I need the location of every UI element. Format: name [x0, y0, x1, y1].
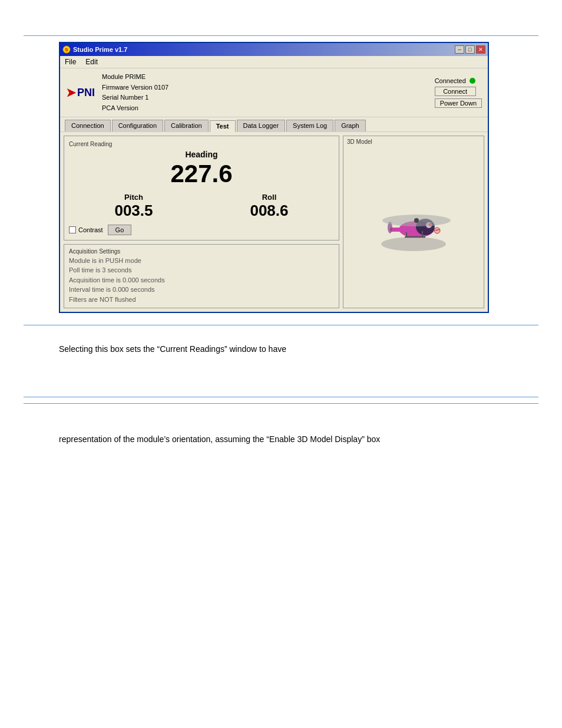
- menu-edit[interactable]: Edit: [83, 57, 100, 67]
- title-bar-text: S Studio Prime v1.7: [62, 45, 127, 54]
- svg-rect-4: [390, 228, 416, 232]
- tabs-bar: Connection Configuration Calibration Tes…: [60, 117, 488, 131]
- serial-number: Serial Number 1: [102, 93, 428, 103]
- heading-value: 227.6: [69, 160, 334, 187]
- tab-connection[interactable]: Connection: [65, 120, 111, 131]
- tab-test[interactable]: Test: [210, 120, 236, 132]
- pitch-label: Pitch: [114, 193, 153, 202]
- svg-text:S: S: [65, 47, 68, 52]
- tab-configuration[interactable]: Configuration: [112, 120, 163, 131]
- acq-line-4: Filters are NOT flushed: [69, 295, 334, 305]
- model-panel: 3D Model: [343, 136, 484, 308]
- minimize-button[interactable]: –: [455, 45, 464, 54]
- app-window: S Studio Prime v1.7 – □ ✕ File Edit ➤ PN…: [59, 42, 489, 313]
- pca-version: PCA Version: [102, 103, 428, 114]
- module-name: Module PRIME: [102, 72, 428, 83]
- header-right: Connected Connect Power Down: [435, 77, 482, 108]
- acquisition-label: Acquisition Settings: [69, 248, 334, 255]
- acq-line-1: Poll time is 3 seconds: [69, 265, 334, 275]
- logo-arrow: ➤: [66, 85, 76, 100]
- main-content: Current Reading Heading 227.6 Pitch 003.…: [60, 131, 488, 312]
- top-divider: [24, 35, 538, 36]
- power-down-button[interactable]: Power Down: [435, 98, 482, 108]
- roll-label: Roll: [250, 193, 288, 202]
- acquisition-settings-box: Acquisition Settings Module is in PUSH m…: [64, 244, 339, 309]
- menu-file[interactable]: File: [62, 57, 78, 67]
- app-title: Studio Prime v1.7: [73, 46, 127, 53]
- roll-group: Roll 008.6: [250, 193, 288, 220]
- connect-button[interactable]: Connect: [435, 87, 476, 96]
- text-content-1: Selecting this box sets the “Current Rea…: [59, 344, 286, 354]
- acq-line-2: Acquisition time is 0.000 seconds: [69, 275, 334, 285]
- app-icon: S: [62, 45, 71, 54]
- pitch-roll-row: Pitch 003.5 Roll 008.6: [69, 193, 334, 220]
- firmware-version: Firmware Version 0107: [102, 83, 428, 93]
- mid-divider-1: [24, 325, 538, 325]
- pitch-group: Pitch 003.5: [114, 193, 153, 220]
- connected-label: Connected: [435, 77, 466, 84]
- title-bar: S Studio Prime v1.7 – □ ✕: [60, 43, 488, 56]
- heading-label: Heading: [69, 150, 334, 159]
- model-3d-label: 3D Model: [343, 136, 376, 145]
- current-reading-box: Current Reading Heading 227.6 Pitch 003.…: [64, 136, 339, 240]
- acq-line-3: Interval time is 0.000 seconds: [69, 285, 334, 295]
- header-area: ➤ PNI Module PRIME Firmware Version 0107…: [60, 68, 488, 117]
- tab-systemlog[interactable]: System Log: [286, 120, 333, 131]
- contrast-label: Contrast: [78, 226, 103, 233]
- close-button[interactable]: ✕: [476, 45, 485, 54]
- pitch-value: 003.5: [114, 202, 153, 220]
- current-reading-label: Current Reading: [69, 141, 334, 147]
- helicopter-svg: [366, 194, 461, 259]
- contrast-row: Contrast Go: [69, 225, 334, 235]
- connected-row: Connected: [435, 77, 475, 84]
- go-button[interactable]: Go: [108, 225, 132, 235]
- tab-calibration[interactable]: Calibration: [164, 120, 209, 131]
- menu-bar: File Edit: [60, 56, 488, 68]
- title-bar-buttons: – □ ✕: [455, 45, 485, 54]
- svg-point-2: [381, 237, 446, 251]
- roll-value: 008.6: [250, 202, 288, 220]
- bot-divider: [24, 403, 538, 404]
- logo-pni-text: PNI: [77, 87, 95, 99]
- contrast-checkbox[interactable]: [69, 226, 76, 233]
- text-section-2: representation of the module’s orientati…: [0, 410, 562, 452]
- mid-divider-2: [24, 397, 538, 397]
- contrast-checkbox-label[interactable]: Contrast: [69, 226, 103, 233]
- tab-datalogger[interactable]: Data Logger: [237, 120, 286, 131]
- model-viewport: [343, 145, 484, 308]
- text-section-1: Selecting this box sets the “Current Rea…: [0, 331, 562, 361]
- header-info: Module PRIME Firmware Version 0107 Seria…: [102, 72, 428, 113]
- text-content-2: representation of the module’s orientati…: [59, 434, 380, 444]
- connected-indicator: [470, 78, 475, 84]
- restore-button[interactable]: □: [465, 45, 475, 54]
- svg-point-10: [414, 218, 419, 223]
- pni-logo: ➤ PNI: [66, 85, 95, 100]
- acq-line-0: Module is in PUSH mode: [69, 256, 334, 266]
- tab-graph[interactable]: Graph: [335, 120, 366, 131]
- left-panel: Current Reading Heading 227.6 Pitch 003.…: [64, 136, 339, 308]
